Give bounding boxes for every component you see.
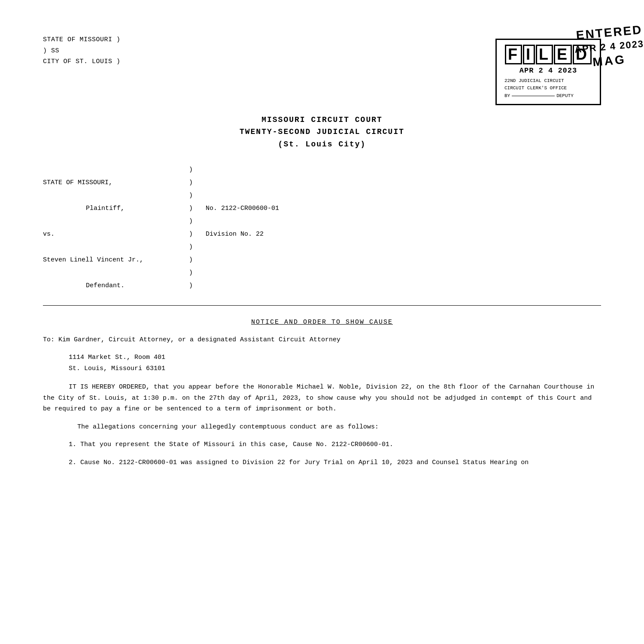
- header-section: STATE OF MISSOURI ) ) SS CITY OF ST. LOU…: [43, 34, 601, 105]
- divider-line: [43, 305, 601, 306]
- case-caption-left: STATE OF MISSOURI ) ) SS CITY OF ST. LOU…: [43, 34, 121, 67]
- vs-label: vs.: [43, 228, 189, 241]
- blank-line-1: [43, 164, 189, 176]
- blank-line-4: [43, 241, 189, 254]
- filed-by-line: BY DEPUTY: [504, 92, 592, 100]
- court-title-line2: TWENTY-SECOND JUDICIAL CIRCUIT: [43, 126, 601, 138]
- document-title: NOTICE AND ORDER TO SHOW CAUSE: [43, 319, 601, 326]
- address-block: 1114 Market St., Room 401 St. Louis, Mis…: [69, 352, 601, 374]
- document-page: STATE OF MISSOURI ) ) SS CITY OF ST. LOU…: [0, 0, 644, 644]
- parties-left: STATE OF MISSOURI, Plaintiff, vs. Steven…: [43, 164, 189, 292]
- filed-by-label: BY: [504, 92, 510, 100]
- blank-info-2: [206, 176, 601, 189]
- filed-court-line1: 22ND JUDICIAL CIRCUIT: [504, 77, 592, 85]
- case-info-right: No. 2122-CR00600-01 Division No. 22: [201, 164, 601, 292]
- blank-info-1: [206, 164, 601, 176]
- defendant-name: Steven Linell Vincent Jr.,: [43, 254, 189, 267]
- numbered-item-1: 1. That you represent the State of Misso…: [69, 439, 601, 450]
- filed-deputy-label: DEPUTY: [556, 92, 574, 100]
- filed-letter-e: E: [554, 45, 572, 64]
- court-title-line1: MISSOURI CIRCUIT COURT: [43, 114, 601, 126]
- ss-line: ) SS: [43, 46, 121, 57]
- filed-letter-l: L: [536, 45, 553, 64]
- defendant-label: Defendant.: [86, 279, 189, 292]
- blank-line-3: [43, 215, 189, 228]
- blank-info-4: [206, 215, 601, 228]
- court-title-line3: (St. Louis City): [43, 138, 601, 151]
- blank-line-5: [43, 267, 189, 279]
- filed-court-line2: CIRCUIT CLERK'S OFFICE: [504, 85, 592, 92]
- city-state-zip: St. Louis, Missouri 63101: [69, 363, 601, 374]
- case-parties-wrapper: STATE OF MISSOURI, Plaintiff, vs. Steven…: [43, 164, 601, 292]
- filed-court-info: 22ND JUDICIAL CIRCUIT CIRCUIT CLERK'S OF…: [504, 77, 592, 100]
- paragraph-2: The allegations concerning your allegedl…: [77, 422, 601, 433]
- state-line: STATE OF MISSOURI ): [43, 34, 121, 46]
- blank-info-3: [206, 189, 601, 202]
- numbered-item-2: 2. Cause No. 2122-CR00600-01 was assigne…: [69, 457, 601, 468]
- case-number: No. 2122-CR00600-01: [206, 202, 601, 215]
- entered-stamp: ENTERED APR 2 4 2023 MAG: [574, 26, 644, 68]
- filed-letter-i: I: [523, 45, 535, 64]
- blank-line-2: [43, 189, 189, 202]
- filed-letter-f: F: [505, 45, 522, 64]
- filed-signature-line: [512, 96, 555, 96]
- paragraph-1: IT IS HEREBY ORDERED, that you appear be…: [43, 382, 601, 415]
- plaintiff-label: Plaintiff,: [86, 202, 189, 215]
- plaintiff-name: STATE OF MISSOURI,: [43, 176, 189, 189]
- court-title: MISSOURI CIRCUIT COURT TWENTY-SECOND JUD…: [43, 114, 601, 151]
- to-line: To: Kim Gardner, Circuit Attorney, or a …: [43, 334, 601, 346]
- division-number: Division No. 22: [206, 228, 601, 241]
- bracket-column: ) ) ) ) ) ) ) ) ) ): [189, 164, 193, 292]
- city-line: CITY OF ST. LOUIS ): [43, 56, 121, 67]
- street-address: 1114 Market St., Room 401: [69, 352, 601, 363]
